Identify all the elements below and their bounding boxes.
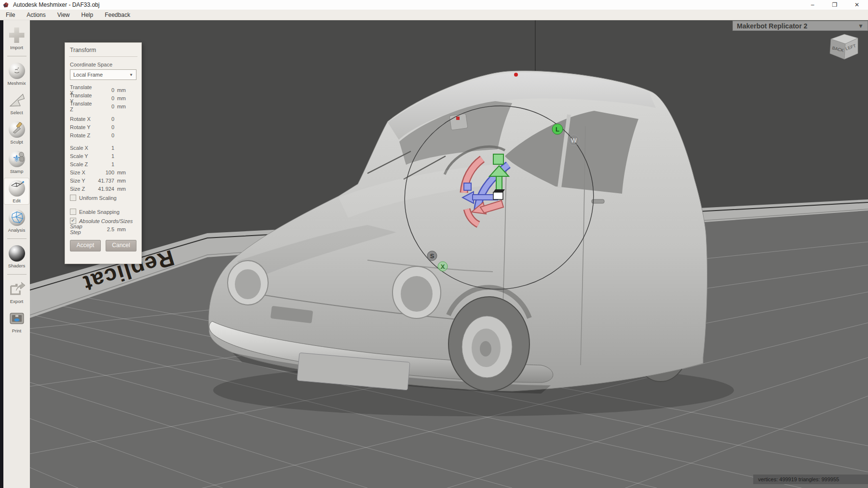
printer-select[interactable]: Makerbot Replicator 2 ▼ xyxy=(732,21,868,31)
menu-help[interactable]: Help xyxy=(76,10,99,20)
printer-select-value: Makerbot Replicator 2 xyxy=(737,22,807,30)
sidebar-item-label: Export xyxy=(10,299,23,304)
coordinate-space-label: Coordinate Space xyxy=(70,62,136,67)
front-wheel xyxy=(448,297,529,391)
row-size-x: Size X100mm xyxy=(70,168,126,176)
checkbox-icon[interactable] xyxy=(70,195,76,201)
sidebar-divider xyxy=(7,238,27,239)
cancel-button[interactable]: Cancel xyxy=(106,240,136,251)
panel-title: Transform xyxy=(70,47,136,53)
row-rotate-z: Rotate Z0 xyxy=(70,131,126,139)
menu-file[interactable]: File xyxy=(0,10,21,20)
sidebar-item-sculpt[interactable]: Sculpt xyxy=(4,119,29,145)
value-field[interactable]: 1 xyxy=(94,145,114,151)
sidebar-item-meshmix[interactable]: Meshmix xyxy=(4,61,29,87)
value-field[interactable]: 0 xyxy=(94,132,114,138)
coordinate-space-value: Local Frame xyxy=(73,72,103,78)
meshmix-sphere-icon xyxy=(9,62,25,79)
row-scale-y: Scale Y1 xyxy=(70,152,126,160)
sidebar-item-label: Sculpt xyxy=(10,139,23,145)
minimize-icon[interactable]: – xyxy=(801,0,824,10)
value-field[interactable]: 0 xyxy=(94,95,114,101)
sidebar-item-label: Analysis xyxy=(8,227,25,233)
row-rotate-y: Rotate Y0 xyxy=(70,123,126,131)
row-size-z: Size Z41.924mm xyxy=(70,185,126,193)
sidebar-item-edit[interactable]: Edit xyxy=(4,178,29,204)
scene-canvas[interactable]: Replicat xyxy=(30,20,868,488)
snap-step-row: Snap Step 2.5 mm xyxy=(70,225,126,233)
value-field[interactable]: 0 xyxy=(94,116,114,122)
sidebar-divider xyxy=(7,274,27,275)
sidebar-item-stamp[interactable]: ⚜ Stamp xyxy=(4,149,29,175)
select-cursor-icon xyxy=(9,92,25,109)
sidebar-item-export[interactable]: Export xyxy=(4,279,29,305)
sidebar-item-label: Shaders xyxy=(8,263,25,268)
gizmo-scale-handle-y[interactable] xyxy=(493,154,503,164)
mirror-marker xyxy=(456,117,460,120)
svg-text:L: L xyxy=(556,126,559,133)
close-icon[interactable]: ✕ xyxy=(846,0,868,10)
roof-marker xyxy=(514,73,518,77)
sidebar-item-select[interactable]: Select xyxy=(4,90,29,116)
gizmo-plane-handle-blue[interactable] xyxy=(464,183,471,190)
row-scale-z: Scale Z1 xyxy=(70,160,126,168)
menu-bar: File Actions View Help Feedback xyxy=(0,10,868,20)
row-size-y: Size Y41.737mm xyxy=(70,176,126,185)
shaders-chrome-sphere-icon xyxy=(9,245,25,262)
chevron-down-icon: ▼ xyxy=(858,23,864,29)
sidebar-item-analysis[interactable]: Analysis xyxy=(4,208,29,234)
sidebar-item-label: Print xyxy=(12,328,22,333)
value-field[interactable]: 1 xyxy=(94,161,114,167)
sidebar-item-import[interactable]: Import xyxy=(4,25,29,51)
sidebar-item-label: Stamp xyxy=(10,169,23,174)
edit-wireframe-icon xyxy=(9,180,25,197)
svg-text:S: S xyxy=(430,252,434,260)
row-translate-z: Translate Z0mm xyxy=(70,102,126,110)
print-3dprinter-icon xyxy=(9,310,25,327)
analysis-mesh-icon xyxy=(9,209,25,226)
accept-button[interactable]: Accept xyxy=(70,240,101,251)
transform-rows: Translate X0mm Translate Y0mm Translate … xyxy=(70,86,136,193)
uniform-scaling-checkbox[interactable]: Uniform Scaling xyxy=(70,194,136,202)
gizmo-center-handle[interactable] xyxy=(493,192,503,199)
export-arrow-icon xyxy=(9,280,25,298)
restore-icon[interactable]: ❐ xyxy=(824,0,846,10)
svg-text:W: W xyxy=(571,137,577,144)
value-field[interactable]: 100 xyxy=(94,170,114,175)
enable-snapping-checkbox[interactable]: Enable Snapping xyxy=(70,208,136,216)
menu-actions[interactable]: Actions xyxy=(21,10,51,20)
view-cube[interactable]: BACK LEFT xyxy=(826,30,862,64)
3d-viewport[interactable]: Replicat xyxy=(30,20,868,488)
sidebar-item-label: Meshmix xyxy=(7,80,26,86)
sculpt-brush-icon xyxy=(9,121,25,138)
coordinate-space-select[interactable]: Local Frame ▼ xyxy=(70,69,136,80)
value-field[interactable]: 0 xyxy=(94,124,114,130)
menu-view[interactable]: View xyxy=(52,10,76,20)
panel-divider xyxy=(69,56,137,57)
import-plus-icon xyxy=(9,26,25,44)
menu-feedback[interactable]: Feedback xyxy=(99,10,136,20)
value-field[interactable]: 1 xyxy=(94,153,114,159)
value-field[interactable]: 2.5 xyxy=(94,226,114,232)
row-rotate-x: Rotate X0 xyxy=(70,115,126,123)
title-bar: Autodesk Meshmixer - DAF33.obj – ❐ ✕ xyxy=(0,0,868,10)
sidebar-divider xyxy=(7,56,27,56)
mesh-stats: vertices: 499919 triangles: 999955 xyxy=(753,475,868,484)
checkbox-icon[interactable] xyxy=(70,209,76,215)
value-field[interactable]: 0 xyxy=(94,87,114,93)
transform-panel: Transform Coordinate Space Local Frame ▼… xyxy=(65,42,142,264)
sidebar-item-label: Edit xyxy=(13,198,20,203)
value-field[interactable]: 41.924 xyxy=(94,186,114,192)
value-field[interactable]: 41.737 xyxy=(94,178,114,184)
sidebar-item-label: Import xyxy=(10,45,23,50)
app-logo-icon xyxy=(3,2,9,8)
tool-sidebar: Import Meshmix Select Sculpt ⚜ Stamp xyxy=(3,20,30,488)
value-field[interactable]: 0 xyxy=(94,104,114,109)
window-left-edge xyxy=(0,20,3,488)
sidebar-item-label: Select xyxy=(10,110,23,115)
chevron-down-icon: ▼ xyxy=(129,73,133,77)
sidebar-item-shaders[interactable]: Shaders xyxy=(4,243,29,269)
sidebar-item-print[interactable]: Print xyxy=(4,308,29,334)
window-title: Autodesk Meshmixer - DAF33.obj xyxy=(13,1,99,8)
row-scale-x: Scale X1 xyxy=(70,144,126,152)
